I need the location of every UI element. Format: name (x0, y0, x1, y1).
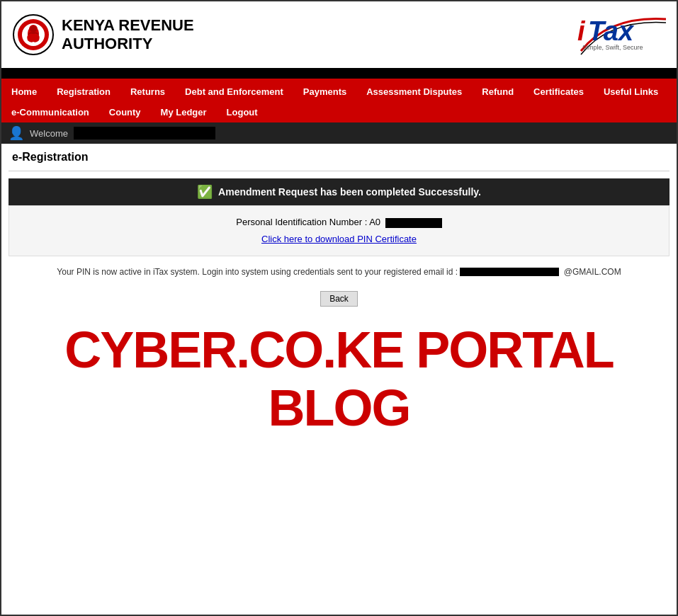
header-black-bar (1, 70, 677, 79)
kra-name-line2: Authority (62, 35, 194, 53)
pin-number-redacted (385, 218, 442, 228)
nav-home[interactable]: Home (1, 81, 47, 102)
nav-registration[interactable]: Registration (47, 81, 120, 102)
pin-label: Personal Identification Number : A0 (236, 217, 380, 227)
nav-county[interactable]: County (99, 102, 151, 122)
svg-text:i: i (577, 16, 586, 46)
check-icon: ✅ (197, 184, 213, 200)
nav-row-1: Home Registration Returns Debt and Enfor… (1, 81, 677, 102)
welcome-bar: 👤 Welcome (1, 122, 677, 144)
itax-logo: i Tax Simple, Swift, Secure (538, 8, 666, 61)
nav-debt-enforcement[interactable]: Debt and Enforcement (175, 81, 293, 102)
nav-useful-links[interactable]: Useful Links (594, 81, 668, 102)
success-banner: ✅ Amendment Request has been completed S… (9, 178, 669, 205)
page-header: Kenya Revenue Authority i Tax Simple, Sw… (1, 1, 677, 70)
svg-point-5 (30, 25, 37, 33)
back-button-wrapper: Back (9, 291, 669, 307)
welcome-label: Welcome (30, 128, 68, 139)
kra-logo: Kenya Revenue Authority (12, 13, 194, 56)
itax-logo-graphic: i Tax Simple, Swift, Secure (538, 8, 666, 58)
kra-name: Kenya Revenue Authority (62, 16, 194, 54)
watermark-text: CYBER.CO.KE PORTAL BLOG (9, 321, 669, 437)
user-icon: 👤 (9, 125, 24, 141)
nav-certificates[interactable]: Certificates (524, 81, 594, 102)
success-message: Amendment Request has been completed Suc… (218, 186, 481, 198)
svg-text:Simple, Swift, Secure: Simple, Swift, Secure (582, 44, 643, 51)
nav-row-2: e-Communication County My Ledger Logout (1, 102, 677, 122)
nav-assessment-disputes[interactable]: Assessment Disputes (356, 81, 472, 102)
username-value (74, 127, 215, 139)
nav-returns[interactable]: Returns (120, 81, 175, 102)
download-certificate-link[interactable]: Click here to download PIN Certificate (261, 234, 417, 244)
email-notice-text: Your PIN is now active in iTax system. L… (57, 267, 458, 277)
content-area: e-Registration ✅ Amendment Request has b… (1, 144, 677, 451)
info-section: Personal Identification Number : A0 Clic… (9, 205, 669, 256)
download-link-wrapper[interactable]: Click here to download PIN Certificate (20, 232, 658, 245)
nav-ecommunication[interactable]: e-Communication (1, 102, 99, 122)
svg-text:Tax: Tax (588, 16, 635, 46)
navigation-bar: Home Registration Returns Debt and Enfor… (1, 81, 677, 122)
email-redacted (460, 268, 559, 276)
email-domain: @GMAIL.COM (564, 267, 621, 277)
page-title: e-Registration (9, 144, 669, 171)
nav-logout[interactable]: Logout (217, 102, 268, 122)
kra-name-line1: Kenya Revenue (62, 16, 194, 35)
kra-emblem-icon (12, 13, 55, 56)
nav-refund[interactable]: Refund (472, 81, 524, 102)
back-button[interactable]: Back (320, 291, 358, 307)
nav-payments[interactable]: Payments (293, 81, 356, 102)
pin-info-line: Personal Identification Number : A0 (20, 217, 658, 228)
nav-my-ledger[interactable]: My Ledger (151, 102, 217, 122)
email-notice: Your PIN is now active in iTax system. L… (9, 256, 669, 287)
